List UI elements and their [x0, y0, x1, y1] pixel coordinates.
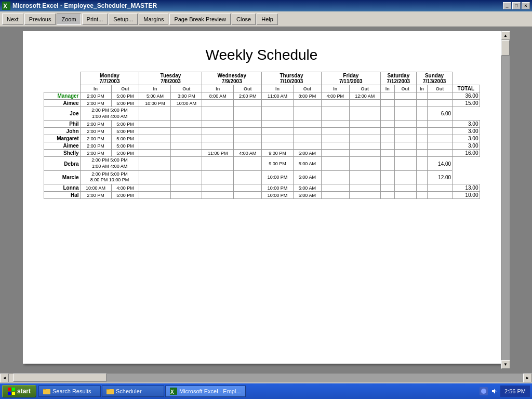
shift-cell — [321, 135, 349, 142]
shift-cell — [380, 142, 394, 150]
scroll-up-button[interactable]: ▲ — [501, 31, 510, 40]
shift-cell — [394, 150, 416, 157]
shift-cell: 2:00 PM — [80, 121, 111, 128]
shift-cell — [293, 135, 321, 142]
next-button[interactable]: Next — [2, 14, 23, 25]
shift-cell — [427, 128, 452, 135]
shift-cell — [380, 192, 394, 199]
minimize-button[interactable]: _ — [503, 2, 511, 9]
shift-cell — [416, 192, 427, 199]
shift-cell — [380, 150, 394, 157]
shift-cell: 2:00 PM 5:00 PM 8:00 PM 10:00 PM — [80, 170, 139, 184]
table-row: Aimee 2:00 PM 5:00 PM 10:00 PM 10:00 AM — [44, 100, 480, 107]
previous-button[interactable]: Previous — [24, 14, 56, 25]
shift-cell — [394, 128, 416, 135]
shift-cell — [416, 170, 427, 184]
shift-cell: 10:00 PM — [262, 170, 294, 184]
shift-cell — [380, 170, 394, 184]
shift-cell: 4:00 PM — [111, 184, 139, 192]
table-row: Lonna 10:00 AM 4:00 PM 10:00 PM 5:00 AM — [44, 184, 480, 192]
help-button[interactable]: Help — [257, 14, 278, 25]
shift-cell: 2:00 PM — [80, 128, 111, 135]
shift-cell — [202, 128, 234, 135]
scroll-down-button[interactable]: ▼ — [501, 360, 510, 369]
schedule-table: Monday7/7/2003 Tuesday7/8/2003 Wednesday… — [44, 72, 480, 199]
vertical-scrollbar[interactable]: ▲ ▼ — [501, 31, 510, 369]
fri-out: Out — [349, 85, 380, 92]
shift-cell: 10:00 PM — [139, 100, 171, 107]
shift-cell: 2:00 PM — [80, 142, 111, 150]
window-title: Microsoft Excel - Employee_Scheduler_MAS… — [12, 2, 503, 9]
shift-cell — [349, 157, 380, 170]
table-row: Phil 2:00 PM 5:00 PM — [44, 121, 480, 128]
print-page: Weekly Schedule Monday7/7/2003 Tuesday7/… — [23, 31, 501, 364]
shift-cell — [349, 121, 380, 128]
shift-cell — [139, 142, 171, 150]
taskbar-item-label: Microsoft Excel - Empl... — [179, 388, 241, 394]
shift-cell — [234, 170, 262, 184]
day-wednesday: Wednesday7/9/2003 — [202, 72, 262, 85]
shift-cell: 5:00 AM — [293, 150, 321, 157]
shift-cell: 5:00 PM — [111, 128, 139, 135]
shift-cell — [321, 184, 349, 192]
h-scroll-thumb[interactable] — [13, 374, 107, 382]
shift-cell — [293, 142, 321, 150]
shift-cell — [171, 170, 202, 184]
shift-cell: 2:00 PM 5:00 PM 1:00 AM 4:00 AM — [80, 157, 139, 170]
shift-cell: 10:00 AM — [80, 184, 111, 192]
zoom-button[interactable]: Zoom — [57, 14, 81, 25]
shift-cell — [394, 142, 416, 150]
shift-cell — [321, 192, 349, 199]
shift-cell — [380, 92, 394, 100]
shift-cell — [321, 100, 349, 107]
employee-name: Marcie — [44, 170, 80, 184]
start-label: start — [17, 388, 31, 395]
maximize-button[interactable]: □ — [512, 2, 521, 9]
shift-cell — [349, 184, 380, 192]
shift-cell — [234, 184, 262, 192]
employee-name: Shelly — [44, 150, 80, 157]
print-button[interactable]: Print... — [82, 14, 108, 25]
shift-cell — [202, 184, 234, 192]
shift-cell: 8:00 PM — [293, 92, 321, 100]
margins-button[interactable]: Margins — [139, 14, 168, 25]
shift-cell: 8:00 AM — [202, 92, 234, 100]
shift-cell — [171, 142, 202, 150]
shift-cell — [427, 184, 452, 192]
shift-cell: 2:00 PM — [80, 92, 111, 100]
shift-cell — [262, 135, 294, 142]
total-cell: 15.00 — [453, 100, 480, 107]
scroll-right-button[interactable]: ► — [523, 374, 532, 382]
shift-cell — [321, 121, 349, 128]
shift-cell: 2:00 PM — [80, 150, 111, 157]
shift-cell: 5:00 PM — [111, 192, 139, 199]
shift-cell: 5:00 PM — [111, 92, 139, 100]
shift-cell: 4:00 AM — [234, 150, 262, 157]
shift-cell — [234, 157, 262, 170]
shift-cell — [262, 100, 294, 107]
shift-cell — [394, 135, 416, 142]
close-preview-button[interactable]: Close — [232, 14, 256, 25]
shift-cell — [262, 121, 294, 128]
taskbar-item-scheduler[interactable]: Scheduler — [102, 385, 164, 397]
close-button[interactable]: × — [522, 2, 530, 9]
taskbar-item-excel[interactable]: X Microsoft Excel - Empl... — [165, 385, 246, 397]
taskbar-item-search-results[interactable]: Search Results — [38, 385, 101, 397]
employee-name: John — [44, 128, 80, 135]
page-break-preview-button[interactable]: Page Break Preview — [169, 14, 231, 25]
scroll-left-button[interactable]: ◄ — [0, 374, 9, 382]
start-button[interactable]: start — [2, 385, 36, 397]
employee-name: Hal — [44, 192, 80, 199]
shift-cell — [349, 150, 380, 157]
shift-cell — [234, 121, 262, 128]
page-container: Weekly Schedule Monday7/7/2003 Tuesday7/… — [0, 27, 532, 373]
taskbar-item-label: Scheduler — [116, 388, 142, 394]
setup-button[interactable]: Setup... — [109, 14, 138, 25]
title-bar: X Microsoft Excel - Employee_Scheduler_M… — [0, 0, 532, 11]
shift-cell — [427, 150, 452, 157]
scroll-thumb[interactable] — [501, 40, 510, 56]
window-controls[interactable]: _ □ × — [503, 2, 530, 9]
shift-cell — [427, 192, 452, 199]
total-cell: 12.00 — [427, 170, 452, 184]
shift-cell: 10:00 PM — [262, 192, 294, 199]
